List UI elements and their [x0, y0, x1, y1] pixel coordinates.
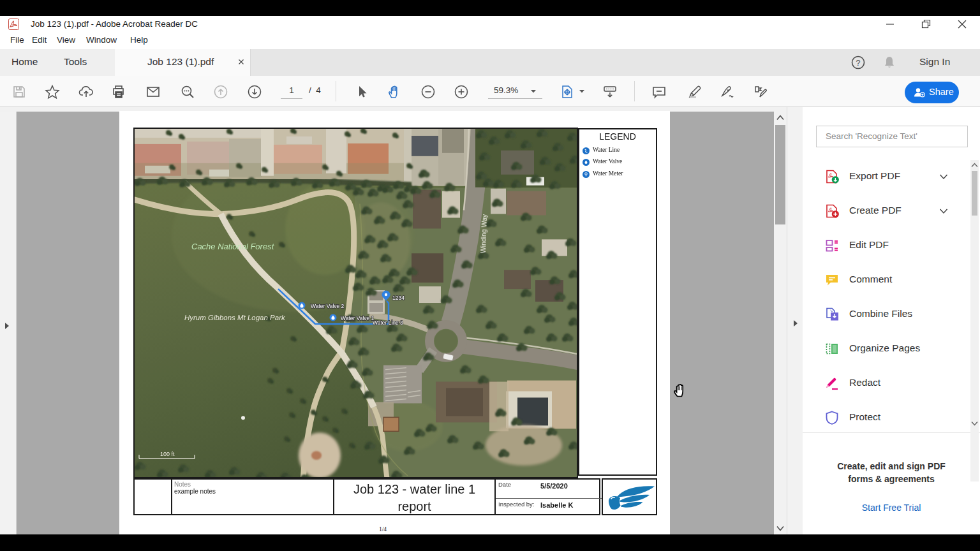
svg-text:?: ? — [856, 59, 861, 68]
